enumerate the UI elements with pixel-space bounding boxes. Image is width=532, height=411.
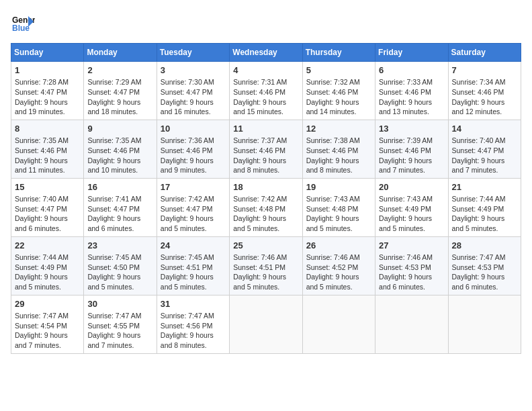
- sunset-label: Sunset: 4:49 PM: [15, 263, 67, 271]
- day-number: 22: [15, 240, 80, 252]
- calendar-cell: 31 Sunrise: 7:47 AM Sunset: 4:56 PM Dayl…: [157, 295, 229, 353]
- daylight-label: Daylight: 9 hours and 6 minutes.: [379, 273, 432, 291]
- daylight-label: Daylight: 9 hours and 5 minutes.: [161, 214, 214, 232]
- calendar-cell: 5 Sunrise: 7:32 AM Sunset: 4:46 PM Dayli…: [302, 62, 375, 120]
- day-number: 30: [87, 298, 152, 310]
- calendar-cell: 14 Sunrise: 7:40 AM Sunset: 4:47 PM Dayl…: [448, 120, 521, 178]
- day-number: 27: [379, 240, 444, 252]
- calendar-cell: 18 Sunrise: 7:42 AM Sunset: 4:48 PM Dayl…: [230, 178, 302, 236]
- calendar-cell: [448, 295, 521, 353]
- day-number: 7: [452, 64, 517, 77]
- daylight-label: Daylight: 9 hours and 7 minutes.: [379, 156, 432, 175]
- sunset-label: Sunset: 4:55 PM: [87, 322, 140, 330]
- sunrise-label: Sunrise: 7:44 AM: [15, 253, 69, 261]
- logo-icon: General Blue: [11, 11, 35, 35]
- calendar-week-row: 29 Sunrise: 7:47 AM Sunset: 4:54 PM Dayl…: [11, 295, 521, 353]
- day-number: 23: [87, 240, 152, 252]
- sunset-label: Sunset: 4:49 PM: [379, 205, 431, 213]
- calendar-cell: 1 Sunrise: 7:28 AM Sunset: 4:47 PM Dayli…: [11, 62, 84, 120]
- sunset-label: Sunset: 4:47 PM: [87, 88, 140, 96]
- column-header-thursday: Thursday: [302, 44, 375, 62]
- daylight-label: Daylight: 9 hours and 9 minutes.: [161, 156, 214, 175]
- daylight-label: Daylight: 9 hours and 5 minutes.: [161, 273, 214, 291]
- sunset-label: Sunset: 4:47 PM: [161, 88, 213, 96]
- sunset-label: Sunset: 4:56 PM: [161, 322, 213, 330]
- daylight-label: Daylight: 9 hours and 13 minutes.: [379, 98, 432, 116]
- day-number: 8: [15, 123, 80, 135]
- daylight-label: Daylight: 9 hours and 5 minutes.: [233, 273, 286, 291]
- sunset-label: Sunset: 4:52 PM: [306, 263, 359, 271]
- calendar-cell: 17 Sunrise: 7:42 AM Sunset: 4:47 PM Dayl…: [157, 178, 229, 236]
- column-header-sunday: Sunday: [11, 44, 84, 62]
- daylight-label: Daylight: 9 hours and 5 minutes.: [15, 273, 68, 291]
- column-header-saturday: Saturday: [448, 44, 521, 62]
- daylight-label: Daylight: 9 hours and 10 minutes.: [87, 156, 140, 175]
- day-number: 5: [306, 64, 371, 77]
- sunset-label: Sunset: 4:48 PM: [233, 205, 285, 213]
- calendar-cell: 22 Sunrise: 7:44 AM Sunset: 4:49 PM Dayl…: [11, 236, 84, 295]
- calendar-cell: 7 Sunrise: 7:34 AM Sunset: 4:46 PM Dayli…: [448, 62, 521, 120]
- daylight-label: Daylight: 9 hours and 15 minutes.: [233, 98, 286, 116]
- daylight-label: Daylight: 9 hours and 5 minutes.: [233, 214, 286, 232]
- sunrise-label: Sunrise: 7:32 AM: [306, 78, 360, 86]
- sunrise-label: Sunrise: 7:46 AM: [233, 253, 287, 261]
- calendar-cell: [375, 295, 448, 353]
- sunrise-label: Sunrise: 7:43 AM: [379, 195, 433, 203]
- daylight-label: Daylight: 9 hours and 8 minutes.: [233, 156, 286, 175]
- sunset-label: Sunset: 4:46 PM: [233, 88, 285, 96]
- calendar-cell: 13 Sunrise: 7:39 AM Sunset: 4:46 PM Dayl…: [375, 120, 448, 178]
- day-number: 10: [161, 123, 226, 135]
- sunset-label: Sunset: 4:46 PM: [233, 146, 285, 154]
- calendar-cell: 25 Sunrise: 7:46 AM Sunset: 4:51 PM Dayl…: [230, 236, 302, 295]
- sunset-label: Sunset: 4:53 PM: [452, 263, 504, 271]
- sunset-label: Sunset: 4:46 PM: [452, 88, 504, 96]
- column-header-friday: Friday: [375, 44, 448, 62]
- calendar-cell: 6 Sunrise: 7:33 AM Sunset: 4:46 PM Dayli…: [375, 62, 448, 120]
- day-number: 4: [233, 64, 298, 77]
- sunrise-label: Sunrise: 7:43 AM: [306, 195, 360, 203]
- calendar-cell: 9 Sunrise: 7:35 AM Sunset: 4:46 PM Dayli…: [84, 120, 157, 178]
- daylight-label: Daylight: 9 hours and 18 minutes.: [87, 98, 140, 116]
- sunrise-label: Sunrise: 7:37 AM: [233, 136, 287, 144]
- day-number: 14: [452, 123, 517, 135]
- daylight-label: Daylight: 9 hours and 6 minutes.: [452, 273, 505, 291]
- day-number: 25: [233, 240, 298, 252]
- day-number: 6: [379, 64, 444, 77]
- daylight-label: Daylight: 9 hours and 8 minutes.: [161, 331, 214, 349]
- calendar-cell: 21 Sunrise: 7:44 AM Sunset: 4:49 PM Dayl…: [448, 178, 521, 236]
- svg-text:Blue: Blue: [12, 24, 30, 33]
- sunrise-label: Sunrise: 7:46 AM: [379, 253, 433, 261]
- day-number: 3: [161, 64, 226, 77]
- sunset-label: Sunset: 4:48 PM: [306, 205, 359, 213]
- day-number: 26: [306, 240, 371, 252]
- sunrise-label: Sunrise: 7:41 AM: [87, 195, 141, 203]
- daylight-label: Daylight: 9 hours and 5 minutes.: [379, 214, 432, 232]
- calendar-cell: 16 Sunrise: 7:41 AM Sunset: 4:47 PM Dayl…: [84, 178, 157, 236]
- sunrise-label: Sunrise: 7:46 AM: [306, 253, 360, 261]
- column-header-monday: Monday: [84, 44, 157, 62]
- daylight-label: Daylight: 9 hours and 16 minutes.: [161, 98, 214, 116]
- day-number: 21: [452, 181, 517, 193]
- sunrise-label: Sunrise: 7:44 AM: [452, 195, 506, 203]
- sunrise-label: Sunrise: 7:29 AM: [87, 78, 141, 86]
- sunrise-label: Sunrise: 7:35 AM: [87, 136, 141, 144]
- sunrise-label: Sunrise: 7:45 AM: [161, 253, 214, 261]
- sunset-label: Sunset: 4:49 PM: [452, 205, 504, 213]
- sunset-label: Sunset: 4:50 PM: [87, 263, 140, 271]
- day-number: 29: [15, 298, 80, 310]
- sunset-label: Sunset: 4:46 PM: [306, 146, 359, 154]
- daylight-label: Daylight: 9 hours and 5 minutes.: [306, 214, 359, 232]
- sunset-label: Sunset: 4:54 PM: [15, 322, 67, 330]
- sunset-label: Sunset: 4:51 PM: [161, 263, 213, 271]
- calendar-cell: 10 Sunrise: 7:36 AM Sunset: 4:46 PM Dayl…: [157, 120, 229, 178]
- calendar-cell: 28 Sunrise: 7:47 AM Sunset: 4:53 PM Dayl…: [448, 236, 521, 295]
- column-header-wednesday: Wednesday: [230, 44, 302, 62]
- daylight-label: Daylight: 9 hours and 14 minutes.: [306, 98, 359, 116]
- calendar-table: SundayMondayTuesdayWednesdayThursdayFrid…: [11, 43, 521, 354]
- daylight-label: Daylight: 9 hours and 5 minutes.: [452, 214, 505, 232]
- sunset-label: Sunset: 4:47 PM: [452, 146, 504, 154]
- sunrise-label: Sunrise: 7:38 AM: [306, 136, 360, 144]
- calendar-cell: 23 Sunrise: 7:45 AM Sunset: 4:50 PM Dayl…: [84, 236, 157, 295]
- calendar-cell: 11 Sunrise: 7:37 AM Sunset: 4:46 PM Dayl…: [230, 120, 302, 178]
- sunrise-label: Sunrise: 7:40 AM: [452, 136, 506, 144]
